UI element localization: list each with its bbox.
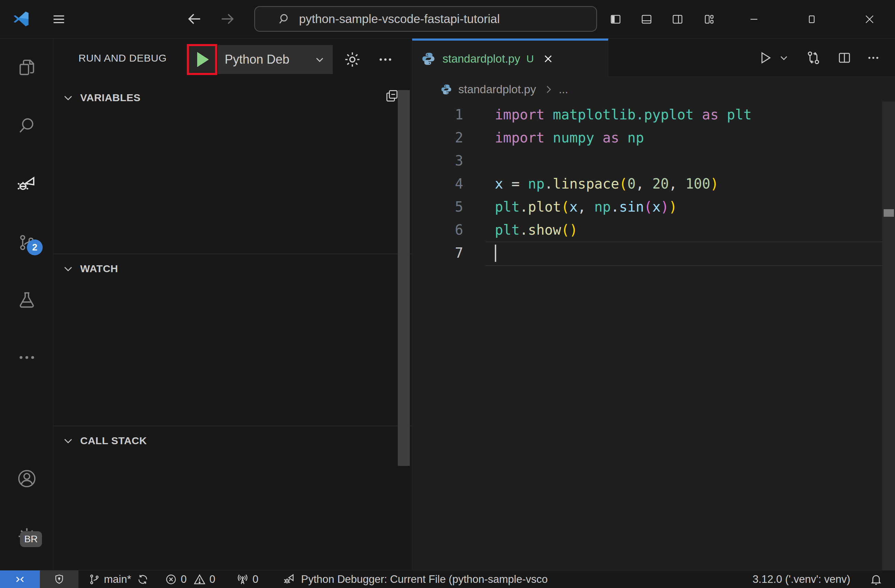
code-line[interactable]: 2import numpy as np — [412, 126, 882, 149]
toggle-primary-sidebar-icon[interactable] — [605, 9, 626, 30]
problems-item[interactable]: 0 0 — [165, 570, 215, 588]
run-python-file-icon[interactable] — [755, 48, 775, 67]
chevron-down-icon — [62, 263, 74, 274]
source-control-badge: 2 — [27, 239, 42, 255]
minimize-icon[interactable] — [743, 9, 765, 30]
open-changes-icon[interactable] — [804, 48, 823, 67]
go-forward-icon[interactable] — [219, 10, 236, 27]
breadcrumb[interactable]: standardplot.py ... — [412, 77, 895, 102]
customize-layout-icon[interactable] — [699, 9, 720, 30]
notifications-item[interactable] — [869, 570, 883, 588]
git-branch-item[interactable]: main* — [88, 570, 149, 588]
sync-icon[interactable] — [137, 573, 149, 586]
ports-item[interactable]: 0 — [236, 570, 258, 588]
sidebar-scrollbar[interactable] — [398, 90, 410, 466]
python-interpreter-item[interactable]: 3.12.0 ('.venv': venv) — [752, 570, 850, 588]
section-variables[interactable]: VARIABLES — [53, 84, 412, 112]
run-and-debug-sidebar: RUN AND DEBUG Python Deb — [53, 38, 412, 570]
code-text: import matplotlib.pyplot as plt — [495, 103, 752, 126]
code-line[interactable]: 3 — [412, 149, 882, 172]
testing-beaker-icon — [17, 290, 37, 310]
code-line[interactable]: 5plt.plot(x, np.sin(x)) — [412, 195, 882, 218]
views-more-actions-icon[interactable] — [376, 50, 395, 69]
code-text: plt.plot(x, np.sin(x)) — [495, 195, 677, 218]
editor-more-actions-icon[interactable] — [864, 48, 883, 67]
debug-status-item[interactable]: Python Debugger: Current File (python-sa… — [282, 570, 548, 588]
tab-bar: standardplot.py U — [412, 38, 895, 77]
close-tab-icon[interactable] — [542, 53, 554, 65]
start-debugging-button[interactable] — [187, 44, 217, 75]
sidebar-item-run-and-debug[interactable] — [0, 164, 53, 202]
line-number[interactable]: 4 — [412, 172, 463, 195]
vscode-logo-icon — [11, 9, 31, 29]
toggle-panel-icon[interactable] — [636, 9, 657, 30]
bell-icon — [869, 573, 883, 586]
line-number[interactable]: 7 — [412, 241, 463, 265]
code-line[interactable]: 1import matplotlib.pyplot as plt — [412, 103, 882, 126]
sidebar-item-explorer[interactable] — [0, 49, 53, 87]
accounts-item[interactable] — [0, 460, 53, 497]
section-watch[interactable]: WATCH — [53, 255, 412, 282]
menu-icon[interactable] — [51, 11, 67, 27]
warning-count: 0 — [209, 573, 215, 586]
chevron-right-icon — [543, 84, 554, 95]
workspace-trust-item[interactable] — [40, 570, 79, 588]
scrollbar-marker — [884, 209, 894, 217]
git-untracked-badge: U — [526, 53, 534, 65]
git-branch-icon — [88, 573, 100, 586]
chevron-down-icon — [314, 53, 326, 66]
sidebar-item-testing[interactable] — [0, 282, 53, 319]
code-text — [495, 241, 496, 265]
code-lines[interactable]: 1import matplotlib.pyplot as plt2import … — [412, 103, 882, 265]
line-number[interactable]: 2 — [412, 126, 463, 149]
debug-config-dropdown[interactable]: Python Deb — [218, 45, 333, 74]
errors-icon — [165, 573, 177, 586]
close-icon[interactable] — [859, 9, 880, 30]
line-number[interactable]: 6 — [412, 218, 463, 241]
debug-status-text: Python Debugger: Current File (python-sa… — [301, 573, 548, 586]
python-file-icon — [421, 52, 435, 66]
search-icon — [278, 12, 291, 26]
sidebar-item-source-control[interactable]: 2 — [0, 224, 53, 262]
python-file-icon — [440, 83, 452, 95]
run-dropdown-chevron-icon[interactable] — [774, 48, 793, 67]
remote-indicator[interactable] — [0, 570, 40, 588]
code-line[interactable]: 4x = np.linspace(0, 20, 100) — [412, 172, 882, 195]
go-back-icon[interactable] — [186, 10, 203, 27]
chevron-down-icon — [62, 92, 74, 103]
chevron-down-icon — [62, 435, 74, 447]
code-text: x = np.linspace(0, 20, 100) — [495, 172, 719, 195]
collapse-all-icon[interactable] — [384, 88, 399, 103]
title-bar: python-sample-vscode-fastapi-tutorial — [0, 0, 895, 38]
section-label: CALL STACK — [80, 435, 147, 447]
code-text: import numpy as np — [495, 126, 644, 149]
debug-config-value: Python Deb — [225, 52, 314, 67]
line-number[interactable]: 5 — [412, 195, 463, 218]
sidebar-item-search[interactable] — [0, 107, 53, 144]
toggle-secondary-sidebar-icon[interactable] — [667, 9, 688, 30]
breadcrumb-file[interactable]: standardplot.py — [458, 83, 536, 96]
tab-standardplot[interactable]: standardplot.py U — [412, 38, 608, 77]
settings-item[interactable]: BR — [0, 517, 53, 555]
editor-scrollbar[interactable] — [882, 102, 895, 570]
sidebar-title: RUN AND DEBUG — [79, 52, 167, 64]
remote-icon — [14, 574, 26, 585]
code-line[interactable]: 6plt.show() — [412, 218, 882, 241]
sidebar-item-more[interactable] — [0, 339, 53, 376]
debug-settings-gear-icon[interactable] — [343, 50, 362, 69]
section-label: WATCH — [80, 263, 118, 274]
branch-name: main* — [104, 573, 131, 586]
section-call-stack[interactable]: CALL STACK — [53, 427, 412, 455]
line-number[interactable]: 3 — [412, 149, 463, 172]
split-editor-icon[interactable] — [835, 48, 854, 67]
ellipsis-icon — [17, 347, 37, 367]
breadcrumb-symbol[interactable]: ... — [559, 83, 569, 96]
command-center-search[interactable]: python-sample-vscode-fastapi-tutorial — [254, 6, 597, 32]
line-number[interactable]: 1 — [412, 103, 463, 126]
python-version-text: 3.12.0 ('.venv': venv) — [752, 573, 850, 586]
search-value: python-sample-vscode-fastapi-tutorial — [299, 12, 500, 26]
code-text: plt.show() — [495, 218, 578, 241]
shield-icon — [53, 574, 65, 585]
code-line[interactable]: 7 — [412, 241, 882, 265]
maximize-icon[interactable] — [801, 9, 822, 30]
